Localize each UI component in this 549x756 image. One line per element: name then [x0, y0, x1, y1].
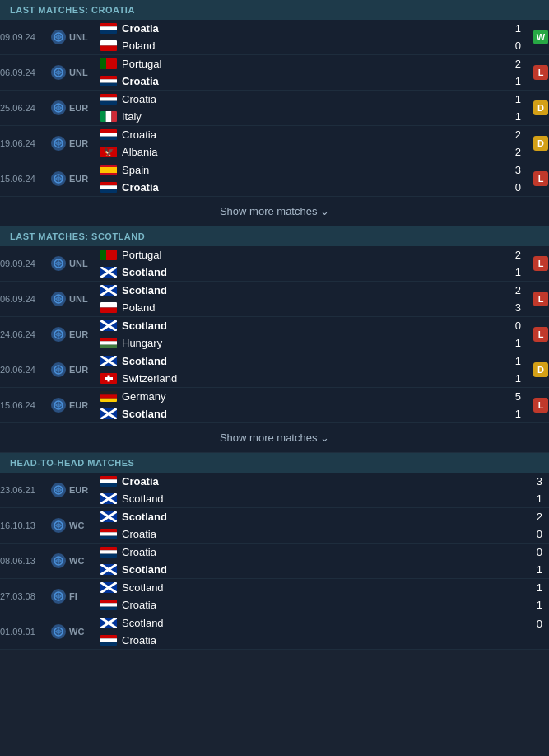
svg-rect-89: [100, 483, 117, 487]
flag-scotland: [100, 408, 117, 419]
team-name: Croatia: [122, 22, 159, 35]
match-date: 15.06.24: [0, 174, 51, 184]
svg-rect-12: [100, 58, 106, 69]
competition-label: FI: [69, 591, 77, 601]
match-date: 09.09.24: [0, 32, 51, 42]
result-badge: L: [533, 292, 548, 306]
show-more-button[interactable]: Show more matches ⌄: [0, 197, 549, 226]
match-date: 27.03.08: [0, 591, 51, 601]
match-date: 06.09.24: [0, 68, 51, 77]
team-name: Poland: [122, 40, 155, 52]
show-more-label: Show more matches: [220, 432, 318, 444]
team-name: Scotland: [122, 355, 167, 367]
flag-croatia: [100, 476, 117, 487]
result-badge: D: [533, 100, 548, 115]
svg-rect-99: [100, 529, 117, 532]
team-name: Croatia: [122, 599, 156, 611]
svg-rect-21: [100, 101, 117, 105]
score-value: 2: [515, 143, 521, 161]
team-row: Scotland: [100, 561, 524, 578]
show-more-button[interactable]: Show more matches ⌄: [0, 423, 549, 453]
flag-germany: [100, 391, 117, 402]
team-name: Poland: [122, 301, 155, 314]
result-badge: D: [533, 362, 548, 377]
team-name: Scotland: [122, 408, 167, 420]
flag-croatia: [100, 76, 117, 86]
competition-label: UNL: [69, 68, 88, 77]
flag-italy: [100, 111, 117, 122]
team-row: Scotland: [100, 614, 524, 632]
match-row: 15.06.24EUR Germany Scotland51L: [0, 388, 549, 423]
flag-scotland: [100, 582, 117, 593]
match-row: 06.09.24UNL Portugal Croatia21L: [0, 55, 549, 91]
team-row: Scotland: [100, 317, 503, 334]
match-date: 06.09.24: [0, 294, 51, 304]
result-badge: W: [533, 30, 548, 44]
competition-icon: [51, 136, 66, 151]
svg-rect-107: [100, 554, 117, 558]
result-badge: D: [533, 136, 548, 151]
flag-scotland: [100, 267, 117, 278]
match-row: 20.06.24EUR Scotland Switzerland11D: [0, 352, 549, 388]
match-row: 27.03.08FI Scotland Croatia11: [0, 579, 549, 614]
flag-portugal: [100, 58, 117, 69]
score-value: 1: [515, 91, 521, 108]
team-row: Poland: [100, 37, 503, 54]
team-row: Portugal: [100, 246, 503, 264]
team-name: Croatia: [122, 634, 156, 646]
svg-rect-55: [100, 302, 117, 308]
team-row: Croatia: [100, 91, 503, 108]
svg-rect-101: [100, 536, 117, 539]
chevron-down-icon: ⌄: [320, 205, 329, 217]
match-row: 01.09.01WC Scotland Croatia0: [0, 614, 549, 650]
team-row: Croatia: [100, 20, 503, 37]
match-group: 09.09.24UNL Croatia Poland10W06.09.24UNL…: [0, 20, 549, 226]
section-header: LAST MATCHES: SCOTLAND: [0, 226, 549, 246]
match-row: 19.06.24EUR Croatia 🦅 Albania22D: [0, 126, 549, 161]
competition-label: UNL: [69, 259, 88, 268]
svg-rect-119: [100, 607, 117, 610]
svg-rect-80: [100, 399, 117, 402]
svg-rect-13: [100, 76, 117, 79]
svg-rect-3: [100, 23, 117, 26]
competition-icon: [51, 292, 66, 306]
flag-scotland: [100, 493, 117, 504]
h2h-section-header: HEAD-TO-HEAD MATCHES: [0, 453, 549, 473]
team-name: Hungary: [122, 337, 162, 349]
svg-rect-22: [100, 111, 106, 122]
flag-croatia: [100, 23, 117, 34]
competition-label: EUR: [69, 365, 88, 375]
match-row: 16.10.13WC Scotland Croatia20: [0, 508, 549, 544]
flag-switzerland: [100, 373, 117, 384]
svg-rect-118: [100, 603, 117, 606]
score-value: 1: [515, 264, 521, 281]
score-value: 2: [515, 246, 521, 264]
svg-rect-63: [100, 338, 117, 341]
competition-label: WC: [69, 627, 84, 637]
score-value: 1: [515, 370, 521, 387]
team-row: Croatia: [100, 544, 524, 561]
match-group: 09.09.24UNL Portugal Scotland21L06.09.24…: [0, 246, 549, 453]
score-value: 1: [537, 490, 542, 507]
team-name: Croatia: [122, 128, 156, 141]
result-badge: L: [533, 327, 548, 342]
team-row: Scotland: [100, 264, 503, 281]
svg-rect-65: [100, 345, 117, 348]
flag-croatia: [100, 635, 117, 646]
team-row: Germany: [100, 388, 503, 405]
team-row: Scotland: [100, 405, 503, 422]
team-name: Croatia: [122, 181, 159, 194]
competition-label: EUR: [69, 329, 88, 339]
competition-icon: [51, 398, 66, 413]
competition-icon: [51, 624, 66, 639]
team-name: Germany: [122, 390, 165, 403]
team-row: Spain: [100, 161, 503, 179]
flag-croatia: [100, 129, 117, 140]
match-date: 16.10.13: [0, 520, 51, 530]
svg-rect-14: [100, 79, 117, 82]
competition-icon: [51, 589, 66, 604]
team-name: Croatia: [122, 528, 156, 540]
team-name: Scotland: [122, 617, 164, 629]
score-value: 3: [537, 473, 542, 490]
result-badge: L: [533, 65, 548, 80]
